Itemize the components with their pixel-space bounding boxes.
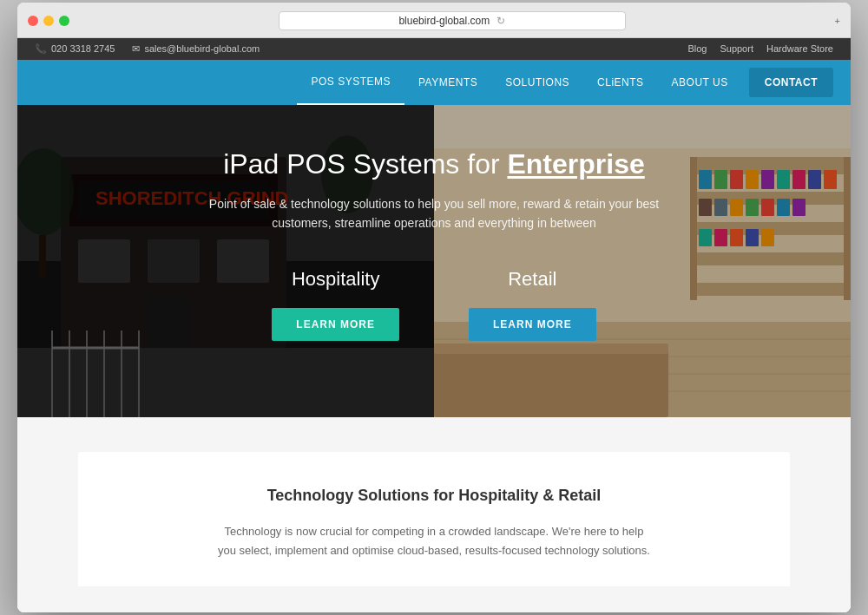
section-title: Technology Solutions for Hospitality & R… xyxy=(113,487,755,505)
hero-card-hospitality: Hospitality LEARN MORE xyxy=(272,268,399,341)
top-bar-right: Blog Support Hardware Store xyxy=(687,43,833,54)
minimize-button[interactable] xyxy=(43,16,54,26)
hero-section: SHOREDITCH GRIND xyxy=(17,105,851,417)
below-hero-inner: Technology Solutions for Hospitality & R… xyxy=(78,452,790,586)
url-text: bluebird-global.com xyxy=(398,15,490,27)
main-nav: POS SYSTEMS PAYMENTS SOLUTIONS CLiENTS A… xyxy=(17,60,851,105)
hardware-store-link[interactable]: Hardware Store xyxy=(766,43,833,54)
email-address: sales@bluebird-global.com xyxy=(144,43,260,54)
nav-item-contact[interactable]: CONTACT xyxy=(749,68,833,97)
nav-item-payments[interactable]: PAYMENTS xyxy=(404,61,491,104)
phone-contact: 📞 020 3318 2745 xyxy=(35,43,115,55)
hero-title-highlight: Enterprise xyxy=(507,148,644,180)
hero-title-plain: iPad POS Systems for xyxy=(223,148,507,180)
nav-item-about-us[interactable]: ABOUT US xyxy=(658,61,742,104)
site-content: 📞 020 3318 2745 ✉ sales@bluebird-global.… xyxy=(17,38,851,612)
support-link[interactable]: Support xyxy=(720,43,753,54)
section-text: Technology is now crucial for competing … xyxy=(217,522,651,560)
traffic-lights xyxy=(28,16,69,26)
email-icon: ✉ xyxy=(132,43,140,55)
below-hero-section: Technology Solutions for Hospitality & R… xyxy=(17,417,851,612)
hero-title: iPad POS Systems for Enterprise xyxy=(17,148,851,180)
address-bar[interactable]: bluebird-global.com ↻ xyxy=(279,11,626,30)
phone-icon: 📞 xyxy=(35,43,47,55)
browser-actions: + xyxy=(835,16,840,26)
hospitality-learn-more-button[interactable]: LEARN MORE xyxy=(272,308,399,341)
blog-link[interactable]: Blog xyxy=(687,43,707,54)
retail-title: Retail xyxy=(469,268,596,291)
new-tab-icon[interactable]: + xyxy=(835,16,840,26)
refresh-icon[interactable]: ↻ xyxy=(496,15,505,27)
hero-card-retail: Retail LEARN MORE xyxy=(469,268,596,341)
hero-content: iPad POS Systems for Enterprise Point of… xyxy=(17,105,851,341)
hero-cards: Hospitality LEARN MORE Retail LEARN MORE xyxy=(17,268,851,341)
top-bar: 📞 020 3318 2745 ✉ sales@bluebird-global.… xyxy=(17,38,851,60)
nav-items: POS SYSTEMS PAYMENTS SOLUTIONS CLiENTS A… xyxy=(297,60,833,105)
top-bar-left: 📞 020 3318 2745 ✉ sales@bluebird-global.… xyxy=(35,43,260,55)
nav-item-clients[interactable]: CLiENTS xyxy=(583,61,658,104)
hero-subtitle: Point of sale & technology solutions to … xyxy=(208,194,660,233)
email-contact: ✉ sales@bluebird-global.com xyxy=(132,43,260,55)
nav-item-pos-systems[interactable]: POS SYSTEMS xyxy=(297,60,404,105)
retail-learn-more-button[interactable]: LEARN MORE xyxy=(469,308,596,341)
maximize-button[interactable] xyxy=(59,16,69,26)
nav-item-solutions[interactable]: SOLUTIONS xyxy=(491,61,583,104)
close-button[interactable] xyxy=(28,16,38,26)
phone-number: 020 3318 2745 xyxy=(51,43,115,54)
browser-window: bluebird-global.com ↻ + 📞 020 3318 2745 … xyxy=(17,3,851,612)
address-bar-wrap: bluebird-global.com ↻ xyxy=(78,11,826,30)
browser-chrome: bluebird-global.com ↻ + xyxy=(17,3,851,38)
hospitality-title: Hospitality xyxy=(272,268,399,291)
